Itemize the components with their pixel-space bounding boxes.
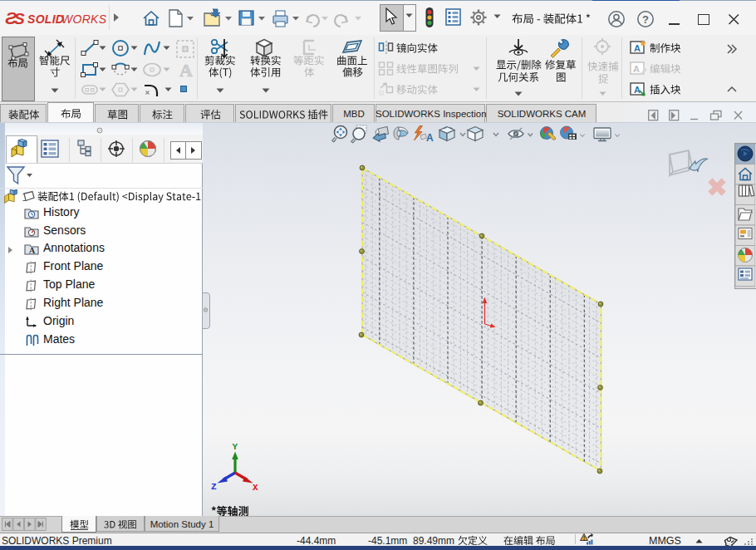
svg-text:A: A [633,64,640,74]
svg-text:X: X [253,483,258,492]
svg-text:A: A [29,246,36,255]
svg-text:Y: Y [233,442,238,452]
svg-text:A: A [634,85,641,95]
svg-text:!: ! [583,535,585,541]
svg-text:Z: Z [211,482,217,492]
svg-text:A: A [634,43,641,53]
svg-text:WORKS: WORKS [61,12,107,26]
svg-text:SOLID: SOLID [27,12,64,26]
svg-text:S: S [14,10,25,27]
svg-text:?: ? [642,13,649,26]
svg-text:A: A [179,60,193,80]
